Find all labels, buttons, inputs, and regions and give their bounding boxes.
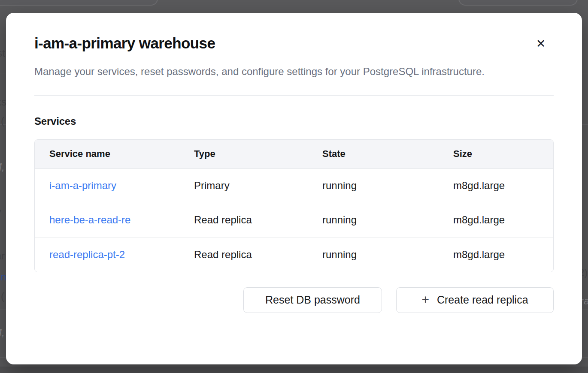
service-name-link[interactable]: here-be-a-read-re	[49, 214, 130, 226]
service-name-link[interactable]: i-am-a-primary	[49, 180, 116, 191]
modal-title: i-am-a-primary warehouse	[34, 35, 554, 52]
background-text-fragment: (	[1, 115, 4, 127]
service-size: m8gd.large	[439, 249, 553, 261]
table-row: here-be-a-read-re Read replica running m…	[35, 203, 553, 238]
background-text-fragment: y	[0, 206, 1, 218]
background-toolbar-left	[0, 0, 158, 6]
service-size: m8gd.large	[439, 180, 553, 192]
service-state: running	[308, 249, 439, 261]
service-name-link[interactable]: read-replica-pt-2	[49, 249, 125, 260]
service-details-modal: i-am-a-primary warehouse ✕ Manage your s…	[6, 13, 582, 364]
create-read-replica-button[interactable]: + Create read replica	[396, 287, 554, 313]
table-row: i-am-a-primary Primary running m8gd.larg…	[35, 169, 553, 203]
reset-db-password-label: Reset DB password	[265, 294, 360, 306]
modal-actions: Reset DB password + Create read replica	[34, 287, 554, 313]
column-header-state: State	[308, 148, 439, 159]
service-state: running	[308, 180, 439, 192]
close-icon[interactable]: ✕	[531, 34, 550, 53]
background-text-fragment: st	[0, 47, 5, 59]
service-type: Primary	[179, 180, 308, 192]
column-header-service-name: Service name	[35, 148, 179, 159]
background-toolbar-right	[458, 0, 578, 6]
modal-description: Manage your services, reset passwords, a…	[34, 62, 528, 81]
plus-icon: +	[421, 293, 429, 306]
services-table: Service name Type State Size i-am-a-prim…	[34, 139, 554, 272]
background-footer-band	[0, 367, 588, 373]
background-text-fragment: M,	[0, 327, 5, 339]
services-heading: Services	[34, 115, 554, 127]
header-divider	[34, 95, 554, 96]
background-link-fragment: in	[0, 271, 6, 283]
table-header-row: Service name Type State Size	[35, 140, 553, 169]
modal-header: i-am-a-primary warehouse ✕	[34, 35, 554, 52]
reset-db-password-button[interactable]: Reset DB password	[243, 287, 382, 313]
service-size: m8gd.large	[439, 214, 553, 226]
service-type: Read replica	[179, 214, 308, 226]
column-header-type: Type	[179, 148, 308, 159]
background-text-fragment: ks	[0, 96, 6, 108]
service-type: Read replica	[179, 249, 308, 261]
create-read-replica-label: Create read replica	[437, 294, 528, 306]
column-header-size: Size	[439, 148, 553, 159]
background-text-fragment: M,	[0, 161, 5, 173]
service-state: running	[308, 214, 439, 226]
table-row: read-replica-pt-2 Read replica running m…	[35, 238, 553, 272]
background-text-fragment: ar	[0, 250, 5, 262]
background-text-fragment: (	[1, 290, 4, 302]
